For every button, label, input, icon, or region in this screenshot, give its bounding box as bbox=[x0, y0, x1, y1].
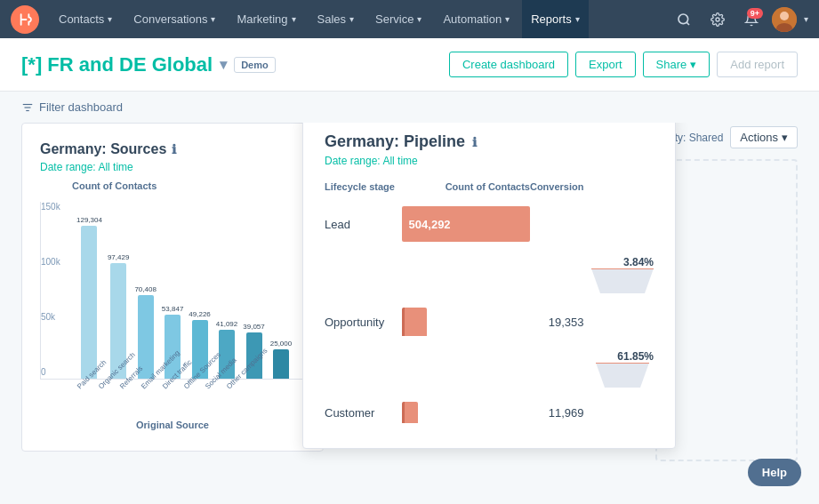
sources-chart-card: Germany: Sources ℹ Date range: All time … bbox=[21, 123, 324, 452]
svg-point-4 bbox=[780, 12, 789, 20]
dashboard-title: [*] FR and DE Global ▾ Demo bbox=[21, 53, 276, 76]
chevron-down-icon: ▾ bbox=[417, 14, 422, 24]
page-header: [*] FR and DE Global ▾ Demo Create dashb… bbox=[0, 38, 819, 92]
share-chevron-icon: ▾ bbox=[690, 58, 696, 71]
header-actions: Create dashboard Export Share ▾ Add repo… bbox=[449, 52, 798, 77]
svg-marker-11 bbox=[596, 363, 649, 388]
svg-point-2 bbox=[716, 18, 719, 21]
col-lifecycle-stage: Lifecycle stage bbox=[325, 181, 402, 199]
help-button[interactable]: Help bbox=[748, 459, 801, 486]
nav-automation[interactable]: Automation ▾ bbox=[434, 0, 518, 38]
dropdown-chevron-icon[interactable]: ▾ bbox=[220, 56, 227, 73]
visibility-row: ity: Shared Actions ▾ bbox=[655, 123, 798, 152]
pipeline-info-icon[interactable]: ℹ bbox=[472, 135, 477, 149]
sources-chart-title: Germany: Sources ℹ bbox=[40, 141, 305, 157]
x-axis-title: Original Source bbox=[40, 420, 305, 430]
filter-dashboard-button[interactable]: Filter dashboard bbox=[21, 100, 123, 114]
bar-chart: 150k 100k 50k 0 129,30497,42970,40853,84… bbox=[40, 202, 305, 433]
bar-group: 129,304 bbox=[76, 216, 102, 379]
nav-sales[interactable]: Sales ▾ bbox=[309, 0, 364, 38]
y-axis-title: Count of Contacts bbox=[40, 180, 305, 191]
table-row: Opportunity 19,353 bbox=[325, 300, 654, 343]
export-button[interactable]: Export bbox=[575, 52, 636, 77]
notifications-button[interactable]: 9+ bbox=[738, 6, 765, 33]
nav-reports[interactable]: Reports ▾ bbox=[522, 0, 589, 38]
pipeline-title: Germany: Pipeline ℹ bbox=[325, 132, 654, 151]
nav-service[interactable]: Service ▾ bbox=[366, 0, 430, 38]
demo-badge: Demo bbox=[234, 57, 276, 73]
search-button[interactable] bbox=[670, 6, 697, 33]
chevron-down-icon: ▾ bbox=[211, 14, 215, 24]
chevron-down-icon: ▾ bbox=[349, 14, 354, 24]
content-area: Germany: Sources ℹ Date range: All time … bbox=[0, 123, 819, 498]
nav-right-actions: 9+ ▾ bbox=[670, 6, 808, 33]
chevron-down-icon: ▾ bbox=[292, 14, 296, 24]
bar-group: 25,000 bbox=[270, 340, 292, 379]
avatar[interactable] bbox=[772, 7, 797, 32]
add-report-button: Add report bbox=[717, 52, 798, 77]
create-dashboard-button[interactable]: Create dashboard bbox=[449, 52, 568, 77]
chevron-down-icon: ▾ bbox=[505, 14, 510, 24]
actions-button[interactable]: Actions ▾ bbox=[730, 126, 798, 148]
nav-conversations[interactable]: Conversations ▾ bbox=[124, 0, 224, 38]
svg-point-1 bbox=[678, 14, 688, 24]
sources-date-range: Date range: All time bbox=[40, 161, 305, 173]
col-count-contacts: Count of Contacts bbox=[402, 181, 530, 199]
sub-header: Filter dashboard bbox=[0, 92, 819, 123]
filter-icon bbox=[21, 101, 34, 114]
settings-button[interactable] bbox=[704, 6, 731, 33]
pipeline-date-range: Date range: All time bbox=[325, 155, 654, 167]
col-conversion: Conversion bbox=[530, 181, 584, 199]
hubspot-logo[interactable] bbox=[11, 5, 39, 34]
nav-marketing[interactable]: Marketing ▾ bbox=[228, 0, 304, 38]
pipeline-table: Lifecycle stage Count of Contacts Conver… bbox=[325, 181, 654, 430]
navbar: Contacts ▾ Conversations ▾ Marketing ▾ S… bbox=[0, 0, 819, 38]
empty-report-area bbox=[655, 159, 798, 461]
chevron-down-icon: ▾ bbox=[575, 14, 580, 24]
chevron-down-icon: ▾ bbox=[108, 14, 112, 24]
table-row: Lead 504,292 bbox=[325, 199, 654, 249]
pipeline-panel: Germany: Pipeline ℹ Date range: All time… bbox=[302, 123, 676, 449]
right-panel: ity: Shared Actions ▾ bbox=[655, 123, 798, 461]
table-row: Customer 11,969 bbox=[325, 395, 654, 430]
y-axis-labels: 150k 100k 50k 0 bbox=[41, 202, 60, 379]
share-button[interactable]: Share ▾ bbox=[643, 52, 711, 77]
notification-badge: 9+ bbox=[747, 8, 763, 19]
info-icon[interactable]: ℹ bbox=[172, 142, 176, 156]
svg-marker-9 bbox=[591, 268, 654, 293]
avatar-chevron-icon[interactable]: ▾ bbox=[804, 14, 808, 24]
nav-contacts[interactable]: Contacts ▾ bbox=[50, 0, 121, 38]
actions-chevron-icon: ▾ bbox=[782, 131, 788, 144]
